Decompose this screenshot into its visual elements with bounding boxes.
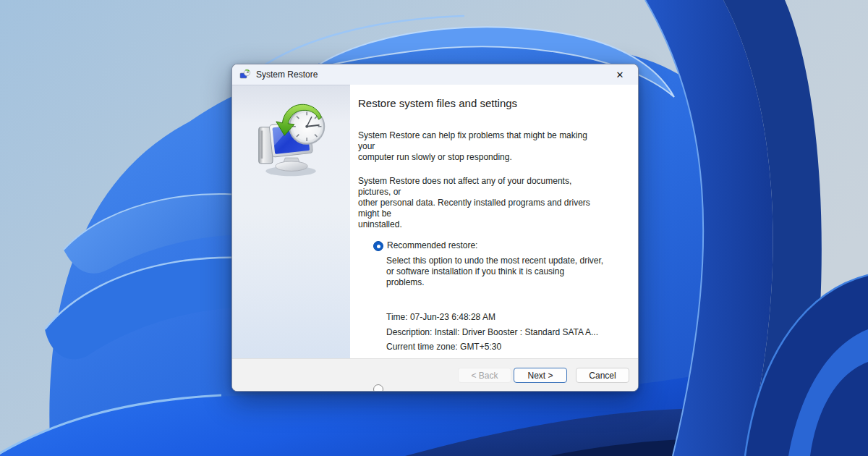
back-button[interactable]: < Back	[458, 368, 511, 383]
restore-point-time: Time: 07-Jun-23 6:48:28 AM	[386, 312, 605, 323]
system-restore-window: System Restore ✕	[231, 64, 639, 392]
next-button[interactable]: Next >	[514, 368, 567, 383]
titlebar: System Restore ✕	[232, 64, 638, 85]
close-button[interactable]: ✕	[609, 66, 631, 83]
recommended-restore-label[interactable]: Recommended restore:	[387, 240, 477, 251]
wizard-content: Restore system files and settings System…	[350, 85, 638, 358]
intro-paragraph-2: System Restore does not affect any of yo…	[358, 176, 605, 230]
system-restore-illustration-icon	[253, 102, 330, 179]
close-icon: ✕	[616, 69, 624, 80]
restore-point-details: Time: 07-Jun-23 6:48:28 AM Description: …	[386, 312, 605, 352]
recommended-restore-option[interactable]: Recommended restore:	[373, 240, 605, 251]
page-title: Restore system files and settings	[358, 96, 605, 111]
restore-point-description: Description: Install: Driver Booster : S…	[386, 327, 605, 338]
cancel-button[interactable]: Cancel	[576, 368, 629, 383]
recommended-restore-description: Select this option to undo the most rece…	[386, 256, 605, 288]
recommended-restore-radio[interactable]	[373, 241, 383, 251]
wizard-footer: < Back Next > Cancel	[232, 358, 638, 391]
wizard-left-pane	[232, 85, 350, 358]
different-restore-point-radio[interactable]	[373, 384, 383, 392]
window-title: System Restore	[256, 69, 318, 80]
current-timezone: Current time zone: GMT+5:30	[386, 342, 605, 352]
system-restore-app-icon	[239, 69, 251, 80]
intro-paragraph-1: System Restore can help fix problems tha…	[358, 130, 605, 163]
